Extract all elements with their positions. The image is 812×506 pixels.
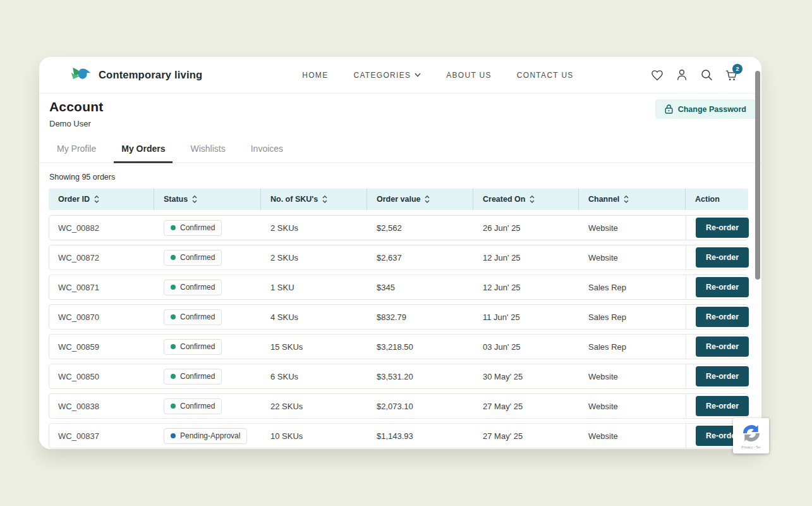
status-badge: Confirmed — [164, 280, 222, 295]
column-header[interactable]: Order ID — [49, 188, 154, 210]
action-cell: Re-order — [686, 305, 749, 329]
search-icon[interactable] — [700, 69, 713, 82]
column-header[interactable]: Channel — [578, 188, 685, 210]
reorder-button[interactable]: Re-order — [696, 277, 749, 297]
reorder-button[interactable]: Re-order — [696, 307, 749, 327]
brand-name: Contemporary living — [99, 69, 202, 81]
status-badge: Confirmed — [164, 398, 222, 414]
nav-item[interactable]: ABOUT US — [446, 71, 492, 80]
status-badge: Confirmed — [164, 309, 222, 325]
account-user-icon[interactable] — [676, 69, 688, 82]
recaptcha-privacy-text: Privacy - Ter — [741, 445, 760, 449]
order-row: WC_00871 Confirmed 1 SKU $345 12 Jun' 25… — [49, 275, 748, 300]
sort-icon[interactable] — [322, 195, 327, 203]
status-cell: Confirmed — [154, 369, 261, 385]
nav-item[interactable]: HOME — [302, 71, 328, 80]
orders-table: Order ID Status No. of SKU's — [39, 188, 761, 448]
status-cell: Pending-Approval — [154, 428, 261, 444]
created-on-cell: 12 Jun' 25 — [473, 283, 579, 292]
channel-cell: Website — [579, 402, 686, 411]
order-row: WC_00872 Confirmed 2 SKUs $2,637 12 Jun'… — [49, 245, 748, 270]
status-badge: Confirmed — [164, 220, 222, 236]
skus-cell: 22 SKUs — [261, 402, 367, 411]
created-on-cell: 30 May' 25 — [473, 372, 579, 381]
nav-item[interactable]: CONTACT US — [517, 71, 574, 80]
order-value-cell: $1,143.93 — [367, 431, 473, 441]
account-tabs: My Profile My Orders Wishlists Invoices — [39, 137, 761, 163]
channel-cell: Website — [579, 253, 686, 262]
wishlist-heart-icon[interactable] — [651, 69, 664, 82]
column-header[interactable]: Status — [154, 188, 260, 210]
created-on-cell: 11 Jun' 25 — [473, 312, 579, 322]
column-header[interactable]: Order value — [367, 188, 473, 210]
reorder-button[interactable]: Re-order — [696, 366, 749, 386]
nav-item[interactable]: CATEGORIES — [353, 71, 421, 80]
created-on-cell: 27 May' 25 — [473, 431, 579, 441]
order-value-cell: $3,218.50 — [367, 342, 473, 352]
vertical-scrollbar[interactable] — [755, 71, 760, 280]
tab[interactable]: My Orders — [114, 137, 173, 163]
status-dot-icon — [171, 433, 176, 438]
main-nav: HOME CATEGORIES ABOUT US CONTACT US — [302, 71, 573, 80]
status-cell: Confirmed — [154, 339, 261, 355]
order-row: WC_00870 Confirmed 4 SKUs $832.79 11 Jun… — [49, 304, 748, 330]
action-cell: Re-order — [686, 275, 749, 299]
orders-table-body: WC_00882 Confirmed 2 SKUs $2,562 26 Jun'… — [49, 215, 748, 448]
order-value-cell: $2,562 — [367, 223, 473, 233]
order-id-cell: WC_00837 — [49, 431, 154, 441]
reorder-button[interactable]: Re-order — [696, 396, 749, 416]
order-id-cell: WC_00871 — [49, 283, 154, 292]
order-row: WC_00882 Confirmed 2 SKUs $2,562 26 Jun'… — [49, 215, 748, 240]
order-row: WC_00859 Confirmed 15 SKUs $3,218.50 03 … — [49, 334, 748, 359]
sort-icon[interactable] — [530, 195, 535, 203]
action-cell: Re-order — [686, 245, 749, 269]
order-value-cell: $2,637 — [367, 253, 473, 262]
reorder-button[interactable]: Re-order — [696, 218, 749, 238]
skus-cell: 2 SKUs — [261, 223, 367, 233]
order-id-cell: WC_00870 — [49, 312, 154, 322]
sort-icon[interactable] — [94, 195, 99, 203]
recaptcha-badge[interactable]: Privacy - Ter — [733, 418, 769, 454]
column-header[interactable]: No. of SKU's — [260, 188, 367, 210]
action-cell: Re-order — [686, 335, 749, 359]
status-dot-icon — [171, 225, 176, 230]
reorder-button[interactable]: Re-order — [696, 336, 749, 357]
recaptcha-icon — [741, 423, 761, 443]
channel-cell: Sales Rep — [579, 283, 686, 292]
created-on-cell: 26 Jun' 25 — [473, 223, 579, 233]
sort-icon[interactable] — [192, 195, 197, 203]
cart-icon[interactable]: 2 — [725, 69, 737, 82]
order-id-cell: WC_00838 — [49, 402, 154, 411]
tab[interactable]: Invoices — [243, 137, 291, 163]
status-dot-icon — [171, 285, 176, 290]
order-row: WC_00850 Confirmed 6 SKUs $3,531.20 30 M… — [49, 364, 748, 389]
skus-cell: 1 SKU — [261, 283, 367, 292]
status-cell: Confirmed — [154, 309, 261, 325]
sort-icon[interactable] — [624, 195, 629, 203]
reorder-button[interactable]: Re-order — [696, 247, 749, 268]
tab[interactable]: My Profile — [49, 137, 104, 163]
order-value-cell: $345 — [367, 283, 473, 292]
action-cell: Re-order — [686, 216, 749, 240]
column-header[interactable]: Created On — [473, 188, 578, 210]
skus-cell: 2 SKUs — [261, 253, 367, 262]
skus-cell: 6 SKUs — [261, 372, 367, 381]
status-cell: Confirmed — [154, 220, 261, 236]
status-badge: Confirmed — [164, 250, 222, 266]
channel-cell: Website — [579, 431, 686, 441]
skus-cell: 15 SKUs — [261, 342, 367, 352]
channel-cell: Website — [579, 223, 686, 233]
page-title: Account — [49, 99, 103, 114]
topbar-icons: 2 — [651, 69, 737, 82]
created-on-cell: 03 Jun' 25 — [473, 342, 579, 352]
change-password-button[interactable]: Change Password — [655, 99, 756, 119]
account-heading-section: Account Demo User Change Password — [39, 94, 761, 128]
brand-logo[interactable]: Contemporary living — [70, 66, 202, 85]
status-dot-icon — [171, 255, 176, 260]
site-header: Contemporary living HOME CATEGORIES ABOU… — [39, 57, 761, 94]
action-cell: Re-order — [686, 394, 749, 418]
column-header[interactable]: Action — [685, 188, 748, 210]
order-id-cell: WC_00850 — [49, 372, 154, 381]
sort-icon[interactable] — [425, 195, 430, 203]
tab[interactable]: Wishlists — [183, 137, 233, 163]
